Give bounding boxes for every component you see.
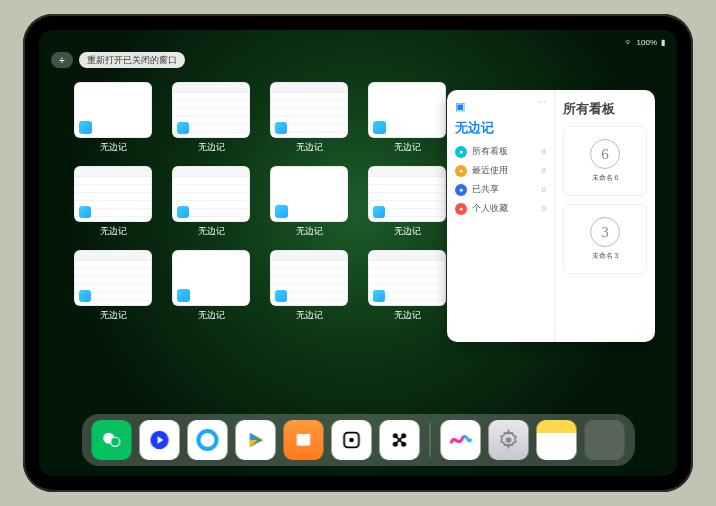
window-preview bbox=[270, 166, 348, 222]
window-preview bbox=[368, 166, 446, 222]
category-item[interactable]: ●个人收藏0 bbox=[455, 202, 546, 215]
dock-separator bbox=[430, 423, 431, 457]
new-window-button[interactable]: + bbox=[51, 52, 73, 68]
panel-boards: 所有看板 6未命名 63未命名 3 bbox=[555, 90, 655, 342]
category-item[interactable]: ●已共享0 bbox=[455, 183, 546, 196]
ipad-frame: ᯤ 100% ▮ + 重新打开已关闭的窗口 无边记无边记无边记无边记无边记无边记… bbox=[23, 14, 693, 492]
status-bar: ᯤ 100% ▮ bbox=[39, 34, 677, 50]
dock-recent-apps-icon[interactable] bbox=[585, 420, 625, 460]
boards-title: 所有看板 bbox=[563, 100, 647, 118]
category-label: 所有看板 bbox=[472, 145, 508, 158]
window-thumbnail[interactable]: 无边记 bbox=[71, 250, 155, 326]
dock bbox=[82, 414, 635, 466]
dock-tencent-video-icon[interactable] bbox=[140, 420, 180, 460]
board-caption: 未命名 6 bbox=[592, 173, 619, 183]
dock-freeform-icon[interactable] bbox=[441, 420, 481, 460]
category-count: 8 bbox=[542, 147, 546, 156]
window-thumbnail[interactable]: 无边记 bbox=[267, 250, 351, 326]
panel-more-icon[interactable]: ··· bbox=[538, 96, 546, 107]
dock-connect-icon[interactable] bbox=[380, 420, 420, 460]
top-buttons: + 重新打开已关闭的窗口 bbox=[51, 52, 185, 68]
window-thumbnail[interactable]: 无边记 bbox=[267, 82, 351, 158]
window-preview bbox=[172, 250, 250, 306]
category-item[interactable]: ●最近使用8 bbox=[455, 164, 546, 177]
category-label: 个人收藏 bbox=[472, 202, 508, 215]
window-preview bbox=[172, 166, 250, 222]
window-label: 无边记 bbox=[394, 309, 421, 322]
battery-icon: ▮ bbox=[661, 38, 665, 47]
board-card[interactable]: 3未命名 3 bbox=[563, 204, 647, 274]
svg-point-10 bbox=[349, 438, 354, 443]
window-label: 无边记 bbox=[198, 225, 225, 238]
window-preview bbox=[270, 82, 348, 138]
window-thumbnail[interactable]: 无边记 bbox=[365, 250, 449, 326]
ipad-screen: ᯤ 100% ▮ + 重新打开已关闭的窗口 无边记无边记无边记无边记无边记无边记… bbox=[39, 30, 677, 476]
board-thumbnail: 3 bbox=[590, 217, 620, 247]
window-thumbnail[interactable]: 无边记 bbox=[71, 82, 155, 158]
window-label: 无边记 bbox=[198, 309, 225, 322]
window-preview bbox=[74, 250, 152, 306]
category-icon: ● bbox=[455, 184, 467, 196]
category-item[interactable]: ●所有看板8 bbox=[455, 145, 546, 158]
battery-text: 100% bbox=[637, 38, 657, 47]
window-label: 无边记 bbox=[100, 225, 127, 238]
svg-point-4 bbox=[199, 431, 217, 449]
window-thumbnail[interactable]: 无边记 bbox=[169, 250, 253, 326]
category-icon: ● bbox=[455, 203, 467, 215]
window-label: 无边记 bbox=[296, 225, 323, 238]
svg-point-1 bbox=[111, 437, 120, 446]
window-label: 无边记 bbox=[394, 225, 421, 238]
window-preview bbox=[74, 82, 152, 138]
category-label: 已共享 bbox=[472, 183, 499, 196]
window-thumbnail[interactable]: 无边记 bbox=[169, 82, 253, 158]
category-count: 8 bbox=[542, 166, 546, 175]
category-icon: ● bbox=[455, 146, 467, 158]
window-label: 无边记 bbox=[100, 141, 127, 154]
window-preview bbox=[172, 82, 250, 138]
panel-app-title: 无边记 bbox=[455, 119, 546, 137]
window-label: 无边记 bbox=[198, 141, 225, 154]
window-preview bbox=[368, 82, 446, 138]
sidebar-toggle-icon[interactable]: ▣ bbox=[455, 100, 546, 113]
window-preview bbox=[74, 166, 152, 222]
window-thumbnail[interactable]: 无边记 bbox=[71, 166, 155, 242]
board-card[interactable]: 6未命名 6 bbox=[563, 126, 647, 196]
dock-dice-icon[interactable] bbox=[332, 420, 372, 460]
window-preview bbox=[368, 250, 446, 306]
window-preview bbox=[270, 250, 348, 306]
dock-books-icon[interactable] bbox=[284, 420, 324, 460]
reopen-closed-window-button[interactable]: 重新打开已关闭的窗口 bbox=[79, 52, 185, 68]
svg-point-15 bbox=[506, 437, 512, 443]
panel-sidebar: ··· ▣ 无边记 ●所有看板8●最近使用8●已共享0●个人收藏0 bbox=[447, 90, 555, 342]
freeform-panel: ··· ▣ 无边记 ●所有看板8●最近使用8●已共享0●个人收藏0 所有看板 6… bbox=[447, 90, 655, 342]
category-count: 0 bbox=[542, 185, 546, 194]
window-thumbnail[interactable]: 无边记 bbox=[169, 166, 253, 242]
window-label: 无边记 bbox=[296, 309, 323, 322]
category-icon: ● bbox=[455, 165, 467, 177]
category-count: 0 bbox=[542, 204, 546, 213]
window-label: 无边记 bbox=[100, 309, 127, 322]
dock-settings-icon[interactable] bbox=[489, 420, 529, 460]
window-label: 无边记 bbox=[296, 141, 323, 154]
dock-wechat-icon[interactable] bbox=[92, 420, 132, 460]
wifi-icon: ᯤ bbox=[625, 38, 633, 47]
board-thumbnail: 6 bbox=[590, 139, 620, 169]
window-label: 无边记 bbox=[394, 141, 421, 154]
dock-notes-icon[interactable] bbox=[537, 420, 577, 460]
window-thumbnail[interactable]: 无边记 bbox=[267, 166, 351, 242]
window-thumbnail[interactable]: 无边记 bbox=[365, 82, 449, 158]
dock-qq-browser-icon[interactable] bbox=[188, 420, 228, 460]
window-thumbnail[interactable]: 无边记 bbox=[365, 166, 449, 242]
category-label: 最近使用 bbox=[472, 164, 508, 177]
dock-play-store-icon[interactable] bbox=[236, 420, 276, 460]
window-grid: 无边记无边记无边记无边记无边记无边记无边记无边记无边记无边记无边记无边记 bbox=[71, 82, 449, 326]
board-caption: 未命名 3 bbox=[592, 251, 619, 261]
